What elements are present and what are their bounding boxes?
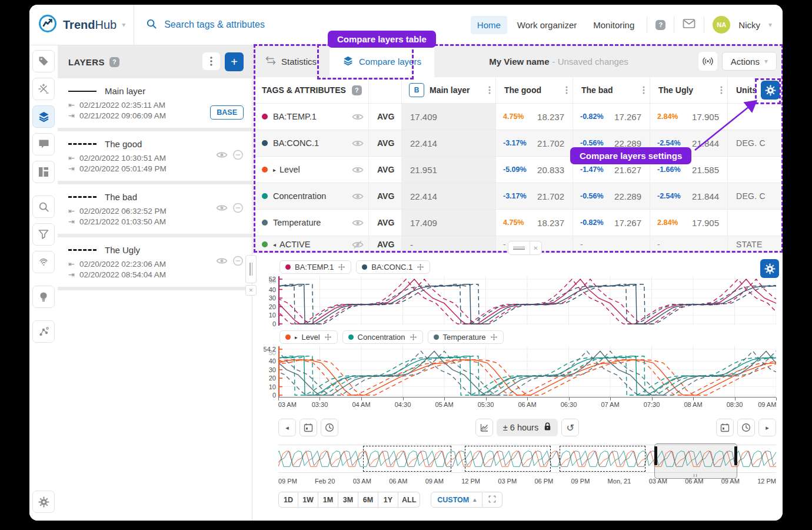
avatar[interactable]: NA [713, 16, 730, 34]
calendar-end-icon[interactable] [716, 419, 734, 436]
eye-icon[interactable] [216, 204, 228, 215]
table-help-icon[interactable]: ? [352, 85, 362, 95]
broadcast-icon[interactable] [698, 52, 717, 71]
reset-time-icon[interactable]: ↺ [561, 419, 579, 436]
expand-caret-icon[interactable]: ▸ [273, 167, 276, 173]
aggregation-cell[interactable]: AVG [369, 130, 402, 156]
aggregation-cell[interactable]: AVG [369, 104, 402, 130]
rail-scatter-icon[interactable] [32, 320, 55, 343]
eye-icon[interactable] [352, 112, 364, 121]
rail-bulb-icon[interactable] [32, 286, 55, 308]
zoom-preset-3m[interactable]: 3M [338, 492, 358, 508]
remove-layer-icon[interactable] [232, 256, 244, 269]
layer-card-the-good[interactable]: The good⇤02/20/2022 10:30:51 AM⇥02/20/20… [58, 131, 252, 184]
selection-right-handle[interactable] [734, 446, 737, 465]
move-icon[interactable] [410, 333, 417, 341]
zoom-preset-6m[interactable]: 6M [358, 492, 378, 508]
aggregation-cell[interactable]: AVG [369, 183, 402, 209]
splitter-grip-icon[interactable] [245, 255, 257, 283]
table-row-level[interactable]: ▸LevelAVG21.951-5.09%20.833-1.47%21.627-… [252, 157, 783, 183]
zoom-preset-1y[interactable]: 1Y [378, 492, 398, 508]
move-icon[interactable] [324, 333, 332, 341]
step-back-icon[interactable]: ◂ [278, 419, 296, 436]
chart-settings-gear-icon[interactable] [760, 259, 779, 278]
rail-comment-icon[interactable] [32, 133, 55, 155]
collapse-caret-icon[interactable]: ◂ [273, 241, 276, 248]
expand-range-icon[interactable] [482, 492, 502, 508]
legend-caret-icon[interactable]: ▸ [295, 334, 298, 340]
chart-level-conc-temp[interactable]: ▸LevelConcentrationTemperature5054.24030… [278, 330, 776, 397]
move-icon[interactable] [338, 263, 345, 271]
table-row-ba-temp-1[interactable]: BA:TEMP.1AVG17.4094.75%18.237-0.82%17.26… [252, 104, 783, 130]
base-badge[interactable]: BASE [210, 105, 244, 120]
time-range-pill[interactable]: ± 6 hours [497, 419, 558, 436]
eye-icon[interactable] [216, 151, 228, 162]
trend-compare-icon[interactable] [475, 419, 493, 436]
aggregation-cell[interactable]: AVG [369, 236, 402, 253]
rail-formula-icon[interactable] [32, 78, 55, 100]
rail-filter-icon[interactable] [32, 223, 55, 246]
zoom-preset-1d[interactable]: 1D [278, 492, 298, 508]
move-icon[interactable] [490, 333, 498, 341]
chart-batemp-baconc[interactable]: BA:TEMP.1BA:CONC.15052403020100 [278, 260, 776, 326]
rail-layers-icon[interactable] [32, 105, 55, 128]
nav-item-monitoring[interactable]: Monitoring [587, 16, 641, 34]
rail-tag-icon[interactable] [32, 50, 55, 72]
layer-column-menu-icon[interactable] [565, 86, 573, 94]
rail-gear-icon[interactable] [32, 491, 55, 513]
zoom-preset-all[interactable]: ALL [398, 492, 420, 508]
table-row-concentration[interactable]: ConcentrationAVG22.414-3.17%21.702-0.56%… [252, 183, 783, 210]
nav-item-work-organizer[interactable]: Work organizer [511, 16, 583, 34]
aggregation-cell[interactable]: AVG [369, 157, 402, 183]
eye-icon[interactable] [352, 165, 364, 174]
collapsed-panel-grip-icon[interactable] [508, 241, 530, 254]
compare-settings-gear-icon[interactable] [761, 81, 780, 100]
calendar-start-icon[interactable] [299, 419, 317, 436]
step-forward-icon[interactable]: ▸ [758, 419, 776, 436]
layers-help-icon[interactable]: ? [109, 57, 119, 67]
legend-chip-concentration[interactable]: Concentration [342, 330, 423, 344]
aggregation-cell[interactable]: AVG [369, 210, 402, 236]
chart-plot-area[interactable]: 5054.2403020100 [278, 346, 776, 397]
actions-button[interactable]: Actions▾ [722, 52, 777, 71]
time-start-icon[interactable] [321, 419, 338, 436]
search-input[interactable] [163, 19, 354, 31]
layer-card-the-bad[interactable]: The bad⇤02/20/2022 06:32:52 PM⇥02/21/202… [58, 184, 252, 237]
remove-layer-icon[interactable] [232, 150, 244, 163]
user-name[interactable]: Nicky [738, 20, 760, 30]
lock-icon[interactable] [544, 422, 551, 433]
eye-off-icon[interactable] [352, 240, 364, 249]
selection-grip-icon[interactable]: II [655, 473, 737, 478]
app-logo[interactable]: TrendHub ▾ [29, 14, 134, 36]
legend-chip-ba-temp-1[interactable]: BA:TEMP.1 [279, 260, 351, 274]
legend-chip-level[interactable]: ▸Level [279, 330, 338, 344]
legend-chip-temperature[interactable]: Temperature [428, 330, 504, 344]
splitter-close-icon[interactable]: ✕ [245, 285, 257, 296]
eye-icon[interactable] [352, 139, 364, 148]
custom-range-button[interactable]: CUSTOM▴ [431, 492, 482, 508]
table-row-temperature[interactable]: TemperatureAVG17.4094.75%18.237-0.82%17.… [252, 210, 783, 236]
chart-plot-area[interactable]: 5052403020100 [278, 276, 776, 326]
zoom-preset-1w[interactable]: 1W [298, 492, 318, 508]
add-layer-button[interactable]: + [225, 52, 244, 71]
nav-item-home[interactable]: Home [471, 16, 507, 34]
remove-layer-icon[interactable] [232, 203, 244, 216]
timeline-selection-window[interactable]: II [654, 443, 738, 479]
layer-card-main-layer[interactable]: Main layer⇤02/21/2022 02:35:11 AM⇥02/21/… [58, 78, 252, 131]
rail-fingerprint-icon[interactable] [32, 251, 55, 273]
overview-timeline[interactable]: II [278, 445, 776, 473]
selection-left-handle[interactable] [654, 446, 657, 465]
tab-statistics[interactable]: Statistics [252, 45, 330, 77]
layers-menu-button[interactable] [202, 52, 220, 70]
layer-column-menu-icon[interactable] [643, 86, 650, 94]
layer-column-menu-icon[interactable] [720, 86, 727, 94]
collapsed-panel-close-icon[interactable]: ✕ [530, 241, 541, 254]
rail-search-icon[interactable] [32, 196, 55, 218]
time-end-icon[interactable] [737, 419, 755, 436]
collapsed-panel-widget[interactable]: ✕ [508, 241, 542, 255]
eye-icon[interactable] [352, 218, 364, 227]
layer-card-the-ugly[interactable]: The Ugly⇤02/20/2022 02:23:06 AM⇥02/20/20… [58, 237, 252, 290]
main-layer-menu-icon[interactable] [488, 86, 495, 94]
mail-icon[interactable] [683, 18, 695, 31]
chart-pane-splitter[interactable]: ✕ [245, 255, 257, 296]
